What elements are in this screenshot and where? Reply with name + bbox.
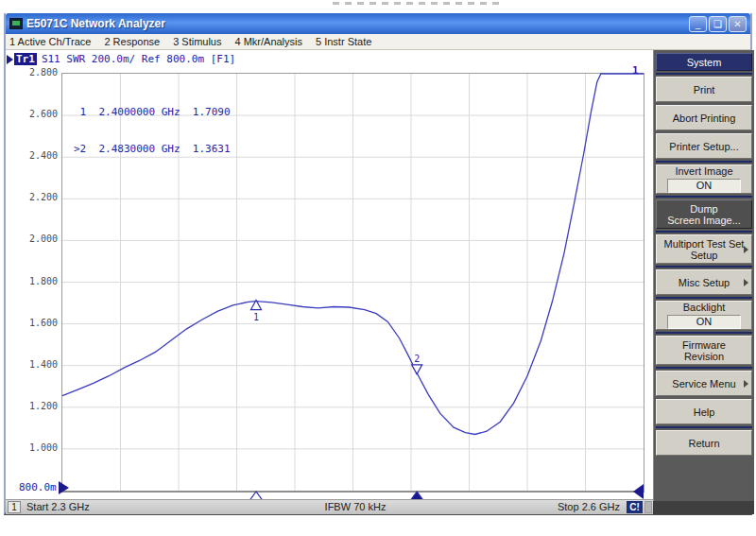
menu-item-instr-state[interactable]: 5 Instr State	[316, 36, 371, 47]
softkey-help[interactable]: Help	[656, 399, 752, 424]
softkey-sidebar: System Print Abort Printing Printer Setu…	[653, 50, 754, 514]
submenu-arrow-icon	[744, 279, 748, 286]
window-title: E5071C Network Analyzer	[26, 17, 689, 30]
y-axis-tick-label: 1.800	[8, 276, 58, 286]
softkey-service-menu[interactable]: Service Menu	[656, 371, 752, 396]
sidebar-separator	[656, 297, 752, 299]
ifbw-label: IFBW 70 kHz	[289, 501, 421, 512]
backlight-state: ON	[667, 315, 741, 329]
restore-button[interactable]: ❏	[709, 16, 727, 32]
softkey-invert-image[interactable]: Invert Image ON	[656, 164, 752, 194]
sidebar-separator	[656, 332, 752, 334]
softkey-misc-setup[interactable]: Misc Setup	[656, 269, 752, 295]
y-axis-tick-label: 1.600	[8, 318, 58, 328]
correction-status-badge: C!	[627, 501, 643, 513]
softkey-menu-title: System	[656, 53, 752, 71]
trace-name-badge[interactable]: Tr1	[14, 53, 37, 65]
marker-2-number: 2	[414, 354, 420, 364]
softkey-return[interactable]: Return	[656, 430, 752, 456]
marker-readout: 1 2.4000000 GHz 1.7090 >2 2.4830000 GHz …	[74, 81, 231, 180]
marker-1-number: 1	[253, 312, 259, 322]
softkey-dump-screen-image[interactable]: Dump Screen Image...	[656, 199, 752, 229]
softkey-multiport-test-set-setup[interactable]: Multiport Test Set Setup	[656, 234, 752, 264]
instrument-screen: Tr1 S11 SWR 200.0m/ Ref 800.0m [F1] 12 2…	[6, 50, 651, 514]
main-content: Tr1 S11 SWR 200.0m/ Ref 800.0m [F1] 12 2…	[6, 50, 750, 514]
cropped-text-fragment	[333, 2, 501, 5]
sidebar-separator	[656, 426, 752, 428]
marker-2-triangle-icon[interactable]	[412, 365, 422, 374]
y-axis-tick-label: 1.400	[8, 359, 58, 370]
y-axis-tick-label: 2.000	[8, 233, 58, 244]
sidebar-separator	[656, 196, 752, 198]
channel-number-box: 1	[8, 501, 21, 513]
active-trace-arrow-icon	[7, 55, 13, 64]
y-axis-tick-label: 2.800	[8, 67, 58, 78]
softkey-abort-printing[interactable]: Abort Printing	[656, 105, 752, 130]
sidebar-filler	[653, 501, 754, 514]
marker-readout-row-1: 1 2.4000000 GHz 1.7090	[74, 106, 231, 118]
submenu-arrow-icon	[744, 246, 748, 253]
menu-item-mkr-analysis[interactable]: 4 Mkr/Analysis	[234, 36, 302, 47]
marker-readout-row-2: >2 2.4830000 GHz 1.3631	[74, 143, 231, 155]
softkey-print[interactable]: Print	[656, 77, 752, 102]
softkey-backlight[interactable]: Backlight ON	[656, 301, 752, 330]
sidebar-separator	[656, 231, 752, 233]
softkey-firmware-revision[interactable]: Firmware Revision	[656, 336, 752, 365]
y-axis-tick-label: 2.200	[8, 192, 58, 202]
submenu-arrow-icon	[744, 380, 748, 388]
menu-item-response[interactable]: 2 Response	[104, 36, 160, 47]
sweep-position-arrow-icon	[633, 484, 644, 499]
title-bar[interactable]: E5071C Network Analyzer _ ❏ ✕	[6, 13, 750, 34]
close-button[interactable]: ✕	[729, 16, 747, 32]
y-axis-tick-label: 1.200	[8, 401, 58, 411]
menu-bar: 1 Active Ch/Trace 2 Response 3 Stimulus …	[6, 34, 750, 50]
y-axis-tick-label: 2.400	[8, 150, 58, 161]
status-bar: 1 Start 2.3 GHz IFBW 70 kHz Stop 2.6 GHz…	[6, 499, 653, 514]
y-axis-tick-label: 1.000	[8, 442, 58, 453]
start-frequency-label: Start 2.3 GHz	[26, 501, 90, 512]
sidebar-separator	[656, 367, 752, 369]
desktop: E5071C Network Analyzer _ ❏ ✕ 1 Active C…	[0, 0, 756, 536]
sidebar-separator	[656, 161, 752, 163]
status-spare-box	[644, 501, 652, 513]
trace-number-label: 1	[632, 64, 639, 77]
stop-frequency-label: Stop 2.6 GHz	[516, 501, 620, 512]
sidebar-separator	[656, 73, 752, 75]
app-icon	[9, 18, 23, 29]
menu-item-stimulus[interactable]: 3 Stimulus	[173, 36, 221, 47]
trace-format-text: S11 SWR 200.0m/ Ref 800.0m [F1]	[42, 53, 235, 65]
invert-image-state: ON	[667, 179, 741, 193]
minimize-button[interactable]: _	[689, 16, 707, 32]
reference-level-label: 800.0m	[19, 481, 57, 493]
menu-item-active-ch-trace[interactable]: 1 Active Ch/Trace	[9, 36, 91, 47]
softkey-printer-setup[interactable]: Printer Setup...	[656, 133, 752, 159]
y-axis-tick-label: 2.600	[8, 109, 58, 119]
sidebar-separator	[656, 266, 752, 268]
trace-status-line: Tr1 S11 SWR 200.0m/ Ref 800.0m [F1]	[7, 52, 235, 66]
analyzer-window: E5071C Network Analyzer _ ❏ ✕ 1 Active C…	[4, 13, 752, 515]
